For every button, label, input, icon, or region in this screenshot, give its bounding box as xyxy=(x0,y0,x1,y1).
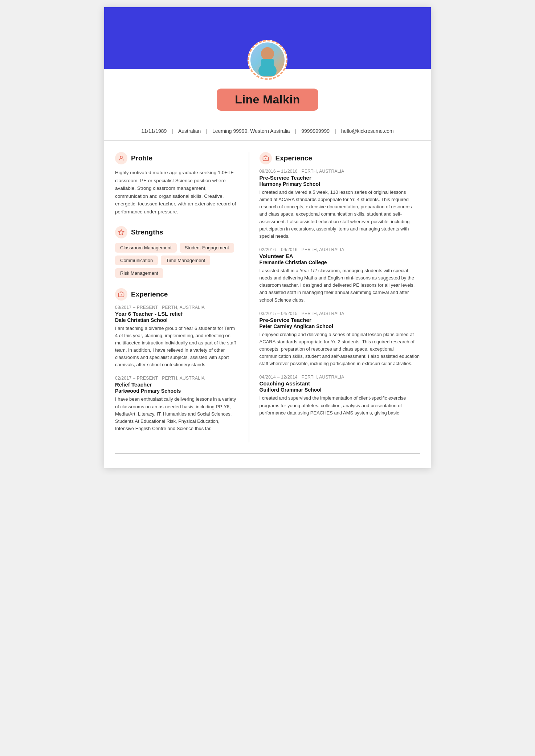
exp-meta: 04/2014 – 12/2014 PERTH, AUSTRALIA xyxy=(260,375,420,380)
body-columns: Profile Highly motivated mature age grad… xyxy=(104,141,431,453)
strength-tag: Risk Management xyxy=(115,268,163,278)
exp-meta: 02/2016 – 09/2016 PERTH, AUSTRALIA xyxy=(260,247,420,252)
profile-section: Profile Highly motivated mature age grad… xyxy=(115,152,238,216)
exp-meta: 08/2017 – PRESENT PERTH, AUSTRALIA xyxy=(115,305,238,310)
exp-company: Guilford Grammar School xyxy=(260,387,420,393)
candidate-name: Line Malkin xyxy=(235,93,300,106)
right-exp-icon xyxy=(260,152,272,164)
resume-container: Line Malkin 11/11/1989 | Australian | Le… xyxy=(104,7,431,468)
svg-point-3 xyxy=(120,156,122,158)
exp-title: Pre-Service Teacher xyxy=(260,317,420,323)
profile-header: Profile xyxy=(115,152,238,164)
strength-tag: Time Management xyxy=(161,256,210,265)
tag-container: Classroom ManagementStudent EngagementCo… xyxy=(115,243,238,278)
exp-meta: 09/2016 – 11/2016 PERTH, AUSTRALIA xyxy=(260,169,420,174)
exp-title: Volunteer EA xyxy=(260,253,420,259)
exp-company: Dale Christian School xyxy=(115,317,238,323)
left-exp-title: Experience xyxy=(131,290,168,298)
svg-point-0 xyxy=(261,47,274,60)
strength-tag: Classroom Management xyxy=(115,243,177,253)
contact-phone: 9999999999 xyxy=(296,128,335,134)
exp-title: Pre-Service Teacher xyxy=(260,175,420,181)
right-exp-entry: 04/2014 – 12/2014 PERTH, AUSTRALIA Coach… xyxy=(260,375,420,416)
contact-address: Leeming 99999, Western Australia xyxy=(207,128,295,134)
right-exp-entries: 09/2016 – 11/2016 PERTH, AUSTRALIA Pre-S… xyxy=(260,169,420,417)
name-banner: Line Malkin xyxy=(217,89,318,111)
contact-email: hello@kickresume.com xyxy=(336,128,399,134)
right-experience-section: Experience 09/2016 – 11/2016 PERTH, AUST… xyxy=(260,152,420,417)
strengths-section: Strengths Classroom ManagementStudent En… xyxy=(115,226,238,278)
strengths-header: Strengths xyxy=(115,226,238,238)
contact-nationality: Australian xyxy=(173,128,206,134)
left-exp-entries: 08/2017 – PRESENT PERTH, AUSTRALIA Year … xyxy=(115,305,238,433)
exp-company: Parkwood Primary Schools xyxy=(115,388,238,394)
exp-meta: 02/2017 – PRESENT PERTH, AUSTRALIA xyxy=(115,376,238,381)
exp-desc: I created and delivered a 5 week, 110 le… xyxy=(260,189,420,240)
left-exp-entry: 08/2017 – PRESENT PERTH, AUSTRALIA Year … xyxy=(115,305,238,369)
profile-icon xyxy=(115,152,127,164)
left-experience-section: Experience 08/2017 – PRESENT PERTH, AUST… xyxy=(115,288,238,433)
right-exp-entry: 09/2016 – 11/2016 PERTH, AUSTRALIA Pre-S… xyxy=(260,169,420,240)
right-exp-entry: 02/2016 – 09/2016 PERTH, AUSTRALIA Volun… xyxy=(260,247,420,304)
profile-title: Profile xyxy=(131,154,152,162)
strength-tag: Student Engagement xyxy=(180,243,234,253)
left-exp-icon xyxy=(115,288,127,301)
exp-desc: I created and supervised the implementat… xyxy=(260,395,420,416)
right-experience-header: Experience xyxy=(260,152,420,164)
exp-title: Coaching Assistant xyxy=(260,380,420,387)
svg-marker-4 xyxy=(119,229,124,234)
left-exp-entry: 02/2017 – PRESENT PERTH, AUSTRALIA Relie… xyxy=(115,376,238,432)
right-exp-entry: 03/2015 – 04/2015 PERTH, AUSTRALIA Pre-S… xyxy=(260,311,420,368)
exp-meta: 03/2015 – 04/2015 PERTH, AUSTRALIA xyxy=(260,311,420,316)
strengths-icon xyxy=(115,226,127,238)
exp-title: Year 6 Teacher - LSL relief xyxy=(115,311,238,317)
footer-divider xyxy=(115,453,420,459)
exp-title: Relief Teacher xyxy=(115,381,238,388)
right-column: Experience 09/2016 – 11/2016 PERTH, AUST… xyxy=(249,152,420,442)
profile-text: Highly motivated mature age graduate see… xyxy=(115,169,238,216)
left-experience-header: Experience xyxy=(115,288,238,301)
exp-desc: I enjoyed creating and delivering a seri… xyxy=(260,331,420,368)
strengths-title: Strengths xyxy=(131,228,163,236)
exp-company: Fremantle Christian College xyxy=(260,260,420,265)
exp-desc: I have been enthusiastically delivering … xyxy=(115,396,238,432)
right-exp-title: Experience xyxy=(275,154,312,162)
left-column: Profile Highly motivated mature age grad… xyxy=(115,152,249,442)
contact-bar: 11/11/1989 | Australian | Leeming 99999,… xyxy=(104,122,431,141)
exp-company: Harmony Primary School xyxy=(260,181,420,187)
exp-desc: I assisted staff in a Year 1/2 classroom… xyxy=(260,267,420,304)
exp-desc: I am teaching a diverse group of Year 6 … xyxy=(115,325,238,369)
exp-company: Peter Carnley Anglican School xyxy=(260,323,420,329)
header-banner xyxy=(104,7,431,69)
strength-tag: Communication xyxy=(115,256,158,265)
contact-dob: 11/11/1989 xyxy=(136,128,172,134)
svg-rect-2 xyxy=(261,59,274,67)
